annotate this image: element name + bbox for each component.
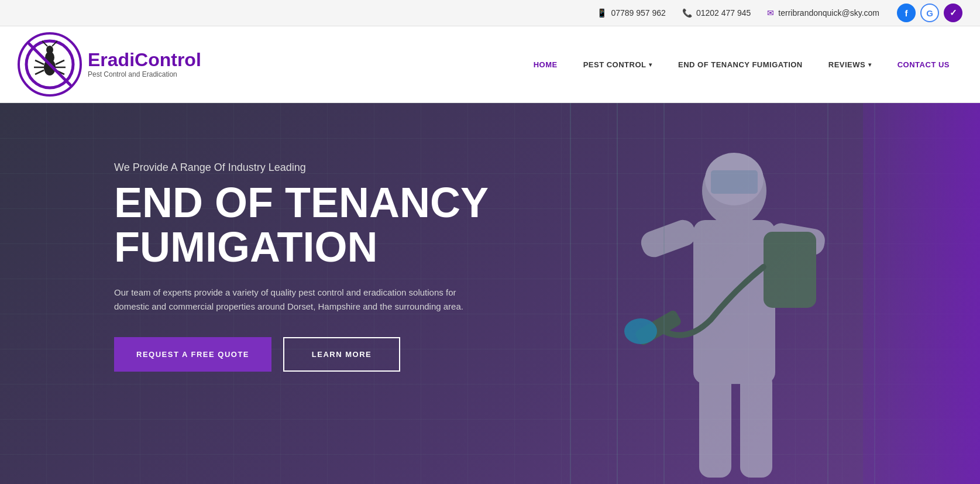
hero-title: END OF TENANCY FUMIGATION [114,181,641,269]
nav-pest-control[interactable]: PEST CONTROL ▾ [570,54,665,75]
phone2-item[interactable]: 📞 01202 477 945 [682,8,751,18]
phone1-item[interactable]: 📱 07789 957 962 [597,8,665,18]
hero-buttons: REQUEST A FREE QUOTE LEARN MORE [114,337,980,372]
logo-tagline: Pest Control and Eradication [88,70,201,78]
svg-line-7 [56,60,64,64]
svg-rect-18 [740,372,772,478]
phone2-number: 01202 477 945 [696,8,751,18]
nav-contact[interactable]: CONTACT US [885,54,962,75]
nav-pest-control-label: PEST CONTROL [583,60,647,69]
hero-description: Our team of experts provide a variety of… [114,286,465,314]
phone1-number: 07789 957 962 [611,8,665,18]
logo-text: EradiControl Pest Control and Eradicatio… [88,50,201,78]
hero-content: We Provide A Range Of Industry Leading E… [0,103,980,372]
header: EradiControl Pest Control and Eradicatio… [0,26,980,103]
svg-line-4 [35,60,44,64]
nav-reviews-label: REVIEWS [828,60,865,69]
nav-contact-label: CONTACT US [898,60,950,69]
social-links: f G ✓ [897,4,962,22]
svg-rect-17 [699,372,731,478]
email-item[interactable]: ✉ terribrandonquick@sky.com [767,8,879,18]
nav-reviews[interactable]: REVIEWS ▾ [816,54,885,75]
nav-fumigation[interactable]: END OF TENANCY FUMIGATION [665,54,816,75]
google-icon: G [926,8,933,18]
logo-area[interactable]: EradiControl Pest Control and Eradicatio… [18,32,205,97]
email-address: terribrandonquick@sky.com [778,8,879,18]
review-button[interactable]: ✓ [944,4,962,22]
facebook-button[interactable]: f [897,4,916,22]
brand-plain: Eradi [88,49,135,70]
learn-more-button[interactable]: LEARN MORE [283,337,400,372]
hero-section: We Provide A Range Of Industry Leading E… [0,103,980,484]
brand-name: EradiControl [88,50,201,69]
svg-line-6 [35,70,44,74]
nav-home[interactable]: HOME [521,54,570,75]
request-quote-button[interactable]: REQUEST A FREE QUOTE [114,337,271,372]
google-button[interactable]: G [920,4,939,22]
hero-subtitle: We Provide A Range Of Industry Leading [114,162,980,174]
logo-circle [18,32,82,97]
phone-icon: 📞 [682,8,692,18]
pest-control-chevron-icon: ▾ [649,61,652,68]
check-icon: ✓ [950,8,957,18]
reviews-chevron-icon: ▾ [868,61,872,68]
facebook-icon: f [905,8,908,18]
mobile-icon: 📱 [597,8,607,18]
contact-info: 📱 07789 957 962 📞 01202 477 945 ✉ terrib… [597,8,879,18]
nav-home-label: HOME [534,60,558,69]
svg-point-3 [46,46,53,54]
main-nav: HOME PEST CONTROL ▾ END OF TENANCY FUMIG… [521,54,962,75]
top-bar: 📱 07789 957 962 📞 01202 477 945 ✉ terrib… [0,0,980,26]
nav-fumigation-label: END OF TENANCY FUMIGATION [678,60,803,69]
email-icon: ✉ [767,8,774,18]
brand-bold: Control [135,49,201,70]
